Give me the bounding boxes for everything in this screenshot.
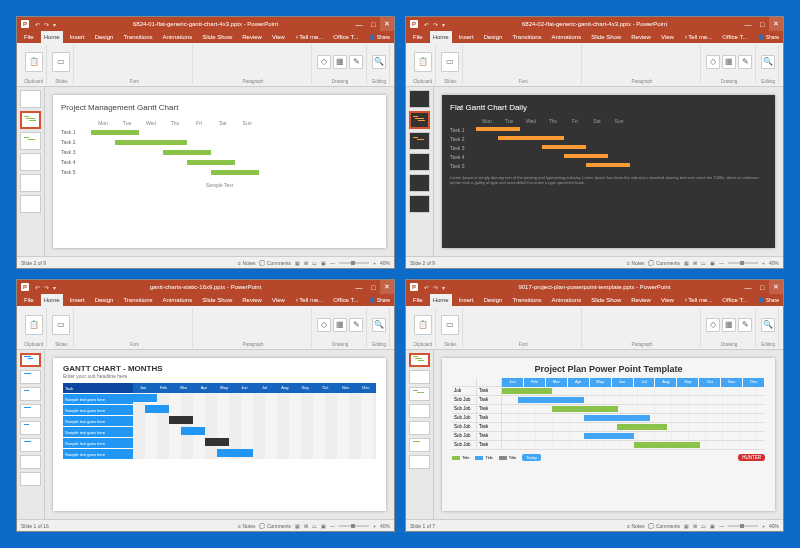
slide-canvas[interactable]: GANTT CHART - MONTHS Enter your sub head… [53,358,386,511]
thumb-6[interactable] [409,438,430,452]
tab-insert[interactable]: Insert [67,31,88,43]
new-slide-button[interactable]: ▭ [441,315,459,335]
new-slide-button[interactable]: ▭ [52,315,70,335]
paste-button[interactable]: 📋 [414,52,432,72]
tab-slideshow[interactable]: Slide Show [588,294,624,306]
view-slideshow-icon[interactable]: ▣ [321,260,326,266]
editing-button[interactable]: 🔍 [372,55,386,69]
thumb-2[interactable] [409,111,430,129]
thumb-1[interactable] [20,90,41,108]
share-button[interactable]: 👤 Share [758,34,779,40]
thumb-8[interactable] [20,472,41,486]
thumb-5[interactable] [409,174,430,192]
thumb-7[interactable] [20,455,41,469]
tab-file[interactable]: File [410,31,426,43]
slide-canvas[interactable]: Project Plan Power Point Template JobTas… [442,358,775,511]
view-slideshow-icon[interactable]: ▣ [710,523,715,529]
thumb-3[interactable] [409,132,430,150]
tab-file[interactable]: File [21,31,37,43]
notes-button[interactable]: ≡ Notes [627,523,644,529]
thumb-5[interactable] [20,174,41,192]
close-button[interactable]: ✕ [769,17,783,31]
view-slideshow-icon[interactable]: ▣ [710,260,715,266]
maximize-button[interactable]: □ [755,280,769,294]
tab-review[interactable]: Review [239,31,265,43]
comments-button[interactable]: 💬 Comments [648,523,680,529]
maximize-button[interactable]: □ [755,17,769,31]
tab-officetab[interactable]: Office T... [719,31,750,43]
shapes-button[interactable]: ◇ [317,55,331,69]
minimize-button[interactable]: — [741,17,755,31]
tab-review[interactable]: Review [628,294,654,306]
shapes-button[interactable]: ◇ [706,318,720,332]
slide-canvas[interactable]: Project Management Gantt Chart MonTueWed… [53,95,386,248]
tab-tellme[interactable]: ♀ Tell me... [681,31,716,43]
thumb-6[interactable] [20,195,41,213]
view-sorter-icon[interactable]: ⊞ [693,523,697,529]
tab-home[interactable]: Home [430,31,452,43]
tab-design[interactable]: Design [92,294,117,306]
tab-officetab[interactable]: Office T... [719,294,750,306]
comments-button[interactable]: 💬 Comments [648,260,680,266]
paste-button[interactable]: 📋 [414,315,432,335]
tab-slideshow[interactable]: Slide Show [199,31,235,43]
tab-review[interactable]: Review [628,31,654,43]
zoom-slider[interactable] [339,525,369,527]
tab-home[interactable]: Home [41,294,63,306]
close-button[interactable]: ✕ [769,280,783,294]
tab-insert[interactable]: Insert [456,294,477,306]
minimize-button[interactable]: — [352,280,366,294]
view-reading-icon[interactable]: ▭ [312,260,317,266]
tab-view[interactable]: View [658,31,677,43]
quickstyles-button[interactable]: ✎ [349,55,363,69]
thumb-4[interactable] [409,404,430,418]
zoom-slider[interactable] [728,262,758,264]
thumb-2[interactable] [409,370,430,384]
thumb-5[interactable] [20,421,41,435]
view-reading-icon[interactable]: ▭ [312,523,317,529]
tab-view[interactable]: View [269,294,288,306]
tab-tellme[interactable]: ♀ Tell me... [292,31,327,43]
thumb-1[interactable] [409,353,430,367]
tab-insert[interactable]: Insert [67,294,88,306]
arrange-button[interactable]: ▦ [333,318,347,332]
close-button[interactable]: ✕ [380,280,394,294]
thumb-3[interactable] [409,387,430,401]
tab-officetab[interactable]: Office T... [330,31,361,43]
titlebar[interactable]: P ↶↷▾ 6824-02-flat-generic-gantt-chart-4… [406,17,783,31]
quickstyles-button[interactable]: ✎ [738,318,752,332]
view-reading-icon[interactable]: ▭ [701,260,706,266]
tab-animations[interactable]: Animations [160,31,196,43]
tab-animations[interactable]: Animations [549,31,585,43]
paste-button[interactable]: 📋 [25,315,43,335]
tab-view[interactable]: View [269,31,288,43]
thumb-4[interactable] [20,153,41,171]
arrange-button[interactable]: ▦ [333,55,347,69]
notes-button[interactable]: ≡ Notes [238,523,255,529]
thumb-3[interactable] [20,132,41,150]
comments-button[interactable]: 💬 Comments [259,523,291,529]
thumb-1[interactable] [20,353,41,367]
thumb-2[interactable] [20,111,41,129]
tab-slideshow[interactable]: Slide Show [199,294,235,306]
tab-tellme[interactable]: ♀ Tell me... [292,294,327,306]
thumb-4[interactable] [20,404,41,418]
tab-transitions[interactable]: Transitions [509,294,544,306]
tab-insert[interactable]: Insert [456,31,477,43]
thumb-6[interactable] [20,438,41,452]
editing-button[interactable]: 🔍 [761,55,775,69]
tab-slideshow[interactable]: Slide Show [588,31,624,43]
view-sorter-icon[interactable]: ⊞ [304,523,308,529]
view-normal-icon[interactable]: ▦ [684,260,689,266]
zoom-slider[interactable] [728,525,758,527]
titlebar[interactable]: P ↶↷▾ gantt-charts-static-16x9.pptx - Po… [17,280,394,294]
tab-transitions[interactable]: Transitions [120,31,155,43]
view-normal-icon[interactable]: ▦ [684,523,689,529]
notes-button[interactable]: ≡ Notes [627,260,644,266]
quick-access-toolbar[interactable]: ↶↷▾ [35,21,59,27]
share-button[interactable]: 👤 Share [369,34,390,40]
zoom-slider[interactable] [339,262,369,264]
tab-view[interactable]: View [658,294,677,306]
thumb-4[interactable] [409,153,430,171]
minimize-button[interactable]: — [741,280,755,294]
